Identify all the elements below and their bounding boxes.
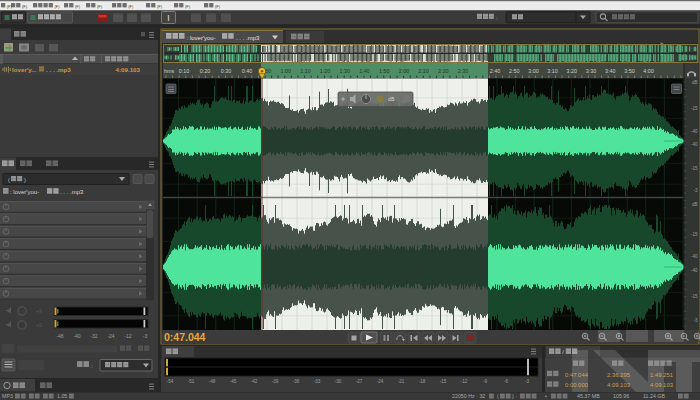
svg-text:0:30: 0:30 — [221, 68, 232, 74]
svg-text:-39: -39 — [272, 379, 279, 384]
svg-text:-51: -51 — [188, 379, 195, 384]
svg-text:-15: -15 — [691, 166, 698, 171]
svg-text:2:30: 2:30 — [458, 68, 469, 74]
svg-text:-3: -3 — [693, 318, 698, 323]
svg-text:•: • — [545, 393, 547, 399]
svg-text:45.37 MB: 45.37 MB — [577, 393, 600, 399]
svg-text:(F): (F) — [97, 4, 103, 9]
svg-text:(F): (F) — [185, 4, 191, 9]
svg-text:(F): (F) — [157, 4, 163, 9]
svg-text:-40: -40 — [691, 254, 698, 259]
svg-text:-54: -54 — [167, 379, 174, 384]
svg-text:) ·: ) · — [512, 393, 517, 399]
svg-text:-40: -40 — [73, 333, 80, 339]
svg-text:+9: +9 — [36, 322, 42, 328]
svg-text:-15: -15 — [691, 232, 698, 237]
svg-text:-42: -42 — [251, 379, 258, 384]
svg-text:-21: -21 — [398, 379, 405, 384]
svg-text:-30: -30 — [335, 379, 342, 384]
svg-text:dB: dB — [388, 96, 395, 102]
svg-text:(: ( — [8, 177, 10, 183]
svg-text:-18: -18 — [419, 379, 426, 384]
svg-text:-48: -48 — [209, 379, 216, 384]
svg-text:: lover'you-: : lover'you- — [187, 35, 216, 41]
svg-text:-15: -15 — [691, 106, 698, 111]
svg-text:. . . .mp3: . . . .mp3 — [236, 35, 260, 41]
svg-text:1:10: 1:10 — [300, 68, 311, 74]
svg-text:3:40: 3:40 — [605, 68, 616, 74]
svg-text:(: ( — [497, 393, 499, 399]
svg-text:1:50: 1:50 — [379, 68, 390, 74]
svg-text::: : — [496, 15, 498, 21]
svg-text:0:20: 0:20 — [200, 68, 211, 74]
svg-text:-40: -40 — [691, 268, 698, 273]
svg-text:(F): (F) — [128, 4, 134, 9]
svg-text:-15: -15 — [691, 294, 698, 299]
svg-text:4:00: 4:00 — [643, 68, 654, 74]
svg-text:-12: -12 — [124, 333, 131, 339]
svg-text:2:50: 2:50 — [509, 68, 520, 74]
svg-text:-3: -3 — [693, 188, 698, 193]
svg-text:3:10: 3:10 — [547, 68, 558, 74]
svg-text:3:00: 3:00 — [528, 68, 539, 74]
svg-text:0:47.044: 0:47.044 — [164, 331, 206, 343]
svg-text:lover'y...: lover'y... — [12, 66, 37, 73]
svg-text:1:00: 1:00 — [280, 68, 291, 74]
svg-text:-3: -3 — [143, 333, 148, 339]
svg-text:0:40: 0:40 — [242, 68, 253, 74]
svg-text:. . . .mp3: . . . .mp3 — [60, 189, 84, 195]
svg-text:4:09.103: 4:09.103 — [116, 66, 141, 73]
svg-text:22050 Hz · 32: 22050 Hz · 32 — [452, 393, 485, 399]
svg-text:-24: -24 — [377, 379, 384, 384]
svg-text:-33: -33 — [314, 379, 321, 384]
svg-text:2:20: 2:20 — [438, 68, 449, 74]
svg-text:-40: -40 — [691, 142, 698, 147]
svg-text:-3: -3 — [525, 379, 530, 384]
svg-text:3:20: 3:20 — [567, 68, 578, 74]
svg-text:-40: -40 — [691, 129, 698, 134]
svg-text:(F): (F) — [215, 4, 221, 9]
svg-text:0:10: 0:10 — [179, 68, 190, 74]
svg-text:-12: -12 — [461, 379, 468, 384]
svg-text:-32: -32 — [90, 333, 97, 339]
svg-text:dB: dB — [692, 202, 698, 207]
svg-text:-24: -24 — [107, 333, 114, 339]
svg-text:2:00: 2:00 — [399, 68, 410, 74]
svg-text:1:20: 1:20 — [320, 68, 331, 74]
svg-text:I: I — [167, 13, 169, 23]
svg-text:: lover'you-: : lover'you- — [10, 189, 39, 195]
svg-text:1.05: 1.05 — [57, 393, 67, 399]
svg-text:-27: -27 — [356, 379, 363, 384]
svg-text:-48: -48 — [56, 333, 63, 339]
svg-text:1:40: 1:40 — [359, 68, 370, 74]
svg-text:(F): (F) — [75, 4, 81, 9]
svg-text:. . . .mp3: . . . .mp3 — [46, 66, 71, 73]
svg-text:-45: -45 — [230, 379, 237, 384]
svg-text:(F): (F) — [22, 4, 28, 9]
svg-text:(F): (F) — [54, 4, 60, 9]
svg-text:105.96: 105.96 — [613, 393, 629, 399]
svg-text:-36: -36 — [293, 379, 300, 384]
svg-text:+9: +9 — [36, 308, 42, 314]
svg-text:1:30: 1:30 — [340, 68, 351, 74]
svg-text:): ) — [24, 177, 26, 183]
svg-text:11.24 GB: 11.24 GB — [643, 393, 665, 399]
svg-text:2:40: 2:40 — [490, 68, 501, 74]
svg-text:-15: -15 — [440, 379, 447, 384]
svg-text:3:50: 3:50 — [624, 68, 635, 74]
svg-text:2:10: 2:10 — [418, 68, 429, 74]
svg-text:dB: dB — [692, 80, 698, 85]
svg-text:-9: -9 — [483, 379, 488, 384]
svg-text:3:30: 3:30 — [586, 68, 597, 74]
svg-text:MP3: MP3 — [2, 393, 13, 399]
svg-text:hms: hms — [164, 68, 174, 74]
svg-text:-6: -6 — [504, 379, 509, 384]
